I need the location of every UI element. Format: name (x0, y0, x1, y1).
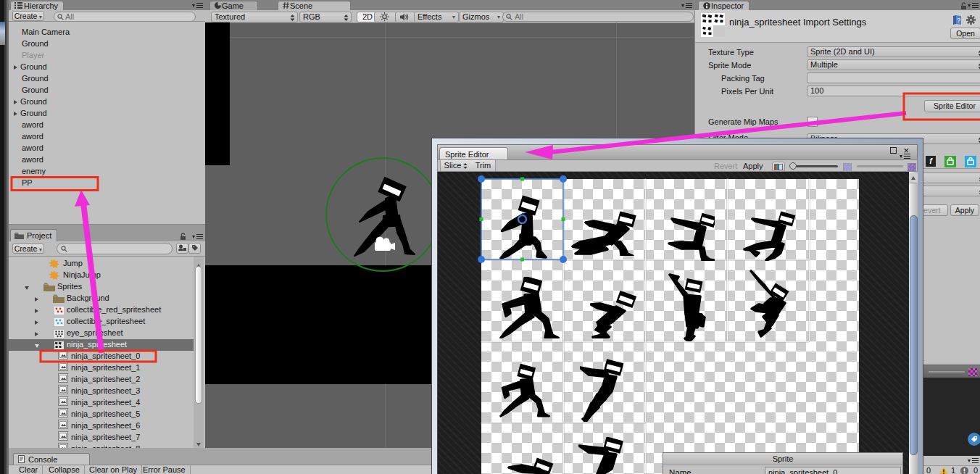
svg-text:?: ? (957, 17, 960, 24)
